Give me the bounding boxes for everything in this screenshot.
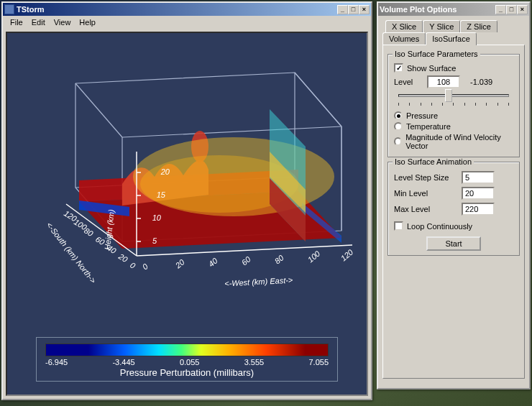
tab-y-slice[interactable]: Y Slice [423, 20, 460, 32]
iso-params-title: Iso Surface Parameters [393, 50, 480, 58]
svg-text:0: 0 [129, 261, 137, 271]
iso-params-group: Iso Surface Parameters ✓ Show Surface Le… [387, 54, 520, 157]
radio-temperature-label: Temperature [406, 122, 451, 131]
level-readout: -1.039 [470, 78, 492, 86]
min-level-label: Min Level [394, 189, 457, 198]
options-title: Volume Plot Options [380, 5, 495, 14]
main-title: TStorm [17, 5, 337, 14]
options-close-button[interactable]: × [517, 5, 528, 14]
cb-tick-3: 3.555 [244, 358, 265, 366]
svg-text:60: 60 [240, 254, 253, 267]
tab-row-front: Volumes IsoSurface [382, 32, 525, 45]
z-tick-3: 20 [160, 167, 170, 176]
svg-text:80: 80 [273, 253, 286, 266]
options-maximize-button[interactable]: □ [506, 5, 517, 14]
max-level-label: Max Level [394, 205, 457, 213]
options-window[interactable]: Volume Plot Options _ □ × X Slice Y Slic… [377, 1, 531, 389]
menu-file[interactable]: File [6, 17, 27, 27]
z-tick-2: 15 [157, 190, 166, 199]
colorbar-title: Pressure Perturbation (millibars) [45, 367, 329, 378]
tab-row-back: X Slice Y Slice Z Slice [385, 20, 525, 32]
level-slider[interactable] [398, 94, 509, 97]
tab-isosurface[interactable]: IsoSurface [426, 32, 477, 45]
radio-temperature[interactable] [394, 122, 403, 131]
svg-text:0: 0 [141, 262, 150, 272]
minimize-button[interactable]: _ [337, 5, 348, 14]
svg-text:20: 20 [116, 252, 129, 264]
radio-magnitude-label: Magnitude of Wind Velocity Vector [405, 133, 513, 150]
svg-text:40: 40 [207, 256, 220, 269]
show-surface-label: Show Surface [407, 64, 456, 73]
plot-area[interactable]: 5 10 15 20 Height (km) 0 20 40 60 80 100… [6, 32, 368, 396]
z-tick-0: 5 [152, 236, 157, 245]
app-icon [4, 4, 14, 14]
colorbar-gradient [45, 343, 329, 356]
level-slider-thumb[interactable] [445, 89, 452, 102]
options-minimize-button[interactable]: _ [495, 5, 506, 14]
menubar: File Edit View Help [3, 16, 371, 29]
colorbar: -6.945 -3.445 0.055 3.555 7.055 Pressure… [36, 337, 338, 382]
cb-tick-1: -3.445 [112, 358, 134, 366]
radio-pressure-label: Pressure [406, 111, 438, 120]
options-titlebar[interactable]: Volume Plot Options _ □ × [378, 3, 529, 16]
main-window[interactable]: TStorm _ □ × File Edit View Help [1, 1, 372, 400]
z-tick-1: 10 [152, 213, 162, 222]
max-level-input[interactable] [462, 203, 495, 216]
show-surface-checkbox[interactable]: ✓ [394, 63, 403, 73]
maximize-button[interactable]: □ [348, 5, 359, 14]
level-input[interactable] [427, 75, 460, 88]
iso-anim-title: Iso Surface Animation [393, 157, 474, 166]
loop-label: Loop Continuously [407, 222, 472, 231]
cb-tick-4: 7.055 [308, 358, 329, 366]
level-slider-ticks [398, 103, 509, 106]
tab-x-slice[interactable]: X Slice [385, 20, 423, 32]
menu-help[interactable]: Help [75, 17, 100, 27]
step-size-label: Level Step Size [394, 173, 457, 182]
close-button[interactable]: × [359, 5, 370, 14]
menu-edit[interactable]: Edit [27, 17, 50, 27]
loop-checkbox[interactable] [394, 221, 403, 231]
radio-magnitude[interactable] [394, 137, 402, 146]
iso-anim-group: Iso Surface Animation Level Step Size Mi… [387, 162, 520, 256]
main-titlebar[interactable]: TStorm _ □ × [3, 3, 371, 16]
isosurface-panel: Iso Surface Parameters ✓ Show Surface Le… [382, 45, 525, 379]
colorbar-ticks: -6.945 -3.445 0.055 3.555 7.055 [45, 358, 329, 366]
min-level-input[interactable] [462, 187, 495, 200]
cb-tick-2: 0.055 [180, 358, 200, 366]
step-size-input[interactable] [462, 171, 495, 184]
start-button[interactable]: Start [426, 236, 480, 251]
menu-view[interactable]: View [50, 17, 75, 27]
svg-text:100: 100 [306, 249, 322, 264]
svg-text:120: 120 [339, 247, 355, 263]
tab-z-slice[interactable]: Z Slice [460, 20, 497, 32]
x-axis-label: <-West (km) East-> [224, 275, 293, 287]
level-label: Level [394, 78, 423, 86]
radio-pressure[interactable] [394, 111, 403, 120]
tab-volumes[interactable]: Volumes [382, 32, 426, 45]
svg-text:20: 20 [173, 257, 187, 270]
volume-plot-3d[interactable]: 5 10 15 20 Height (km) 0 20 40 60 80 100… [14, 62, 359, 320]
cb-tick-0: -6.945 [45, 358, 68, 366]
